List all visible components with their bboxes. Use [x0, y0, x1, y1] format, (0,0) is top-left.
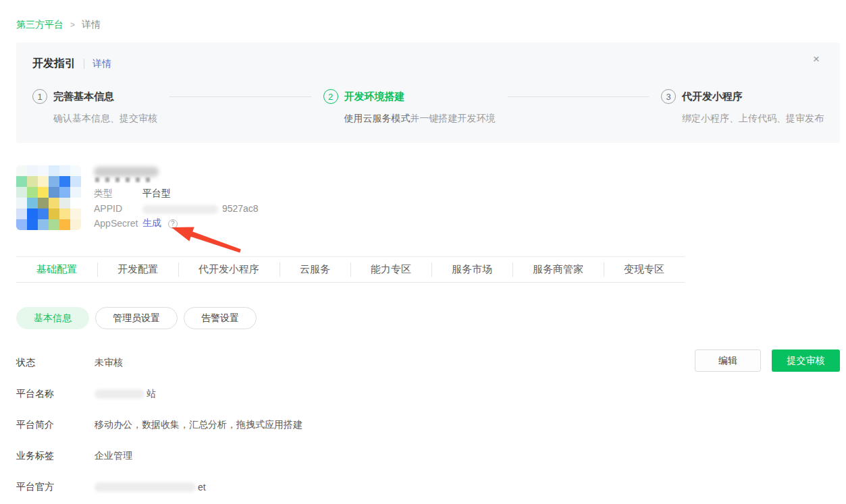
appid-redacted	[142, 205, 218, 214]
basic-info-form: 编辑 提交审核 状态 未审核 平台名称 站 平台简介 移动办公，数据收集，汇总分…	[16, 356, 840, 495]
tab-capability-zone[interactable]: 能力专区	[350, 257, 431, 282]
close-icon[interactable]: ×	[813, 53, 820, 65]
subtab-basic-info[interactable]: 基本信息	[16, 307, 89, 329]
form-row-business-tag: 业务标签 企业管理	[16, 449, 840, 464]
platform-intro-label: 平台简介	[16, 419, 95, 431]
avatar	[16, 165, 81, 230]
status-label: 状态	[16, 357, 95, 369]
tab-service-market[interactable]: 服务市场	[431, 257, 512, 282]
generate-secret-link[interactable]: 生成	[142, 217, 161, 228]
tab-provider-manager[interactable]: 服务商管家	[512, 257, 604, 282]
platform-name-visible-suffix: 站	[147, 388, 156, 400]
step-connector	[169, 96, 311, 97]
step-2-title: 开发环境搭建	[344, 90, 405, 103]
type-value: 平台型	[142, 188, 171, 200]
subtab-alert-settings[interactable]: 告警设置	[184, 307, 257, 329]
step-delegated-miniprogram: 3 代开发小程序 绑定小程序、上传代码、提审发布	[661, 89, 824, 125]
platform-name-value-redacted	[95, 389, 144, 399]
step-complete-basic-info: 1 完善基本信息 确认基本信息、提交审核	[32, 89, 157, 125]
guide-title: 开发指引	[32, 57, 76, 71]
step-2-number: 2	[323, 89, 338, 104]
platform-official-value-redacted	[95, 482, 196, 492]
guide-title-divider	[84, 59, 84, 69]
step-1-number: 1	[32, 89, 47, 104]
annotation-arrow	[169, 224, 247, 258]
form-row-platform-name: 平台名称 站	[16, 387, 840, 401]
platform-profile: 类型 平台型 APPID 9527ac8 AppSecret 生成 ?	[16, 165, 846, 231]
breadcrumb-separator-icon: >	[70, 20, 75, 30]
platform-official-visible-suffix: et	[198, 482, 206, 493]
type-label: 类型	[94, 188, 142, 200]
breadcrumb: 第三方平台 > 详情	[0, 0, 846, 31]
tab-monetization-zone[interactable]: 变现专区	[604, 257, 685, 282]
status-value: 未审核	[95, 357, 123, 369]
tab-dev-config[interactable]: 开发配置	[97, 257, 178, 282]
tab-basic-config[interactable]: 基础配置	[16, 257, 97, 282]
guide-header: 开发指引 详情	[32, 57, 824, 71]
main-tab-bar: 基础配置 开发配置 代开发小程序 云服务 能力专区 服务市场 服务商管家 变现专…	[16, 256, 685, 283]
guide-steps: 1 完善基本信息 确认基本信息、提交审核 2 开发环境搭建 使用云服务模式并一键…	[32, 89, 824, 125]
tab-delegated-miniprogram[interactable]: 代开发小程序	[178, 257, 280, 282]
step-dev-environment: 2 开发环境搭建 使用云服务模式并一键搭建开发环境	[323, 89, 496, 125]
step-connector	[508, 96, 650, 97]
platform-official-label: 平台官方	[16, 481, 95, 493]
submit-review-button[interactable]: 提交审核	[772, 349, 840, 372]
step-1-title: 完善基本信息	[53, 90, 114, 103]
platform-name-label: 平台名称	[16, 388, 95, 400]
guide-detail-link[interactable]: 详情	[92, 58, 111, 70]
step-1-desc: 确认基本信息、提交审核	[53, 113, 157, 125]
form-row-platform-intro: 平台简介 移动办公，数据收集，汇总分析，拖拽式应用搭建	[16, 418, 840, 432]
profile-row-appid: APPID 9527ac8	[94, 201, 259, 216]
breadcrumb-parent-link[interactable]: 第三方平台	[16, 19, 63, 31]
tab-cloud-service[interactable]: 云服务	[280, 257, 350, 282]
step-3-desc: 绑定小程序、上传代码、提审发布	[682, 113, 824, 125]
subtab-admin-settings[interactable]: 管理员设置	[95, 307, 178, 329]
platform-name-redacted	[94, 167, 159, 177]
platform-name-redacted-remnant	[95, 177, 153, 182]
dev-guide-card: 开发指引 详情 × 1 完善基本信息 确认基本信息、提交审核 2 开发环境搭建 …	[16, 43, 840, 143]
sub-tab-pills: 基本信息 管理员设置 告警设置	[16, 307, 846, 329]
business-tag-label: 业务标签	[16, 450, 95, 462]
edit-button[interactable]: 编辑	[695, 349, 761, 372]
step-2-desc: 使用云服务模式并一键搭建开发环境	[344, 113, 496, 125]
breadcrumb-current: 详情	[82, 19, 101, 31]
appsecret-label: AppSecret	[94, 218, 142, 229]
step-3-title: 代开发小程序	[682, 90, 743, 103]
appid-visible-suffix: 9527ac8	[222, 203, 259, 214]
platform-intro-value: 移动办公，数据收集，汇总分析，拖拽式应用搭建	[95, 419, 302, 431]
step-3-number: 3	[661, 89, 676, 104]
profile-row-type: 类型 平台型	[94, 186, 259, 201]
form-row-platform-official: 平台官方 et	[16, 480, 840, 495]
business-tag-value: 企业管理	[95, 450, 132, 462]
appid-label: APPID	[94, 203, 142, 214]
